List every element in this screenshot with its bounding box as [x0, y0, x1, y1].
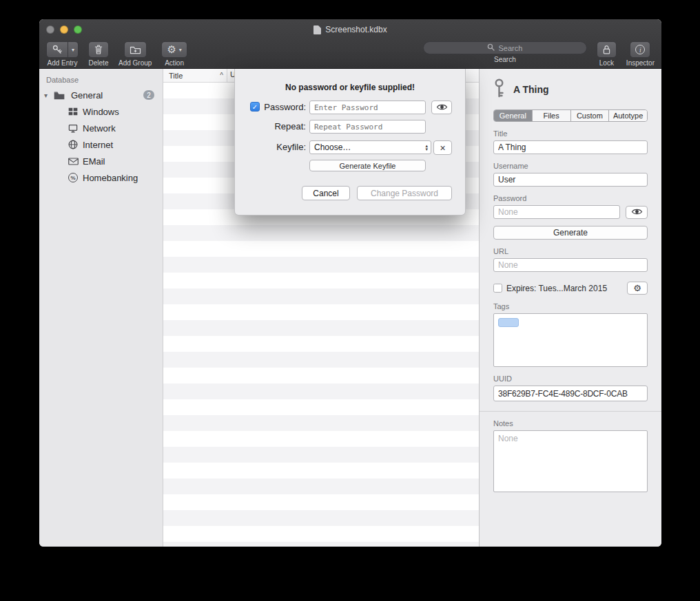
info-icon: i	[635, 45, 645, 54]
clear-keyfile-button[interactable]: ×	[433, 140, 452, 155]
username-label: Username	[493, 162, 648, 170]
change-password-dialog: No password or keyfile supplied! ✓ Passw…	[234, 69, 466, 215]
lock-icon	[602, 45, 611, 55]
document-icon	[313, 25, 321, 34]
sidebar-item-label: General	[71, 90, 103, 101]
column-header-title[interactable]: Title ^	[163, 69, 227, 82]
sidebar-item-network[interactable]: Network	[39, 120, 163, 136]
add-entry-button[interactable]	[46, 41, 68, 58]
globe-icon	[67, 140, 79, 149]
count-badge: 2	[143, 90, 154, 100]
notes-label: Notes	[493, 419, 648, 428]
uuid-field[interactable]	[493, 386, 648, 401]
notes-field[interactable]	[493, 430, 648, 492]
delete-button[interactable]	[88, 41, 109, 58]
search-placeholder: Search	[498, 44, 522, 52]
change-password-button[interactable]: Change Password	[357, 186, 452, 200]
inspector-panel: A Thing General Files Custom Autotype Ti…	[479, 69, 661, 547]
key-icon	[493, 78, 505, 101]
sidebar-item-label: EMail	[83, 156, 105, 167]
inspector-tabs: General Files Custom Autotype	[493, 109, 648, 122]
tab-custom[interactable]: Custom	[570, 110, 609, 121]
url-label: URL	[493, 247, 648, 255]
tab-general[interactable]: General	[494, 110, 532, 121]
stepper-icon: ▴▾	[425, 144, 431, 151]
title-field[interactable]	[493, 140, 648, 154]
show-password-button[interactable]	[626, 206, 648, 219]
trash-icon	[94, 44, 103, 55]
url-field[interactable]	[493, 258, 648, 272]
toolbar-add-group: Add Group	[119, 41, 152, 69]
keyfile-label: Keyfile:	[235, 142, 306, 152]
folder-plus-icon	[130, 45, 141, 54]
tags-box[interactable]	[493, 313, 648, 367]
keyfile-popup[interactable]: Choose… ▴▾	[309, 140, 431, 154]
key-icon	[52, 44, 63, 55]
password-label: Password	[493, 194, 648, 202]
eye-icon	[631, 206, 643, 218]
toolbar-delete: Delete	[88, 41, 109, 69]
password-input[interactable]	[309, 101, 426, 114]
gear-icon: ⚙	[167, 43, 176, 56]
sort-ascending-icon: ^	[220, 72, 223, 79]
inspector-button[interactable]: i	[630, 41, 650, 58]
entry-title: A Thing	[513, 84, 549, 95]
sidebar: Database ▾ General 2 Windows	[39, 69, 163, 547]
sidebar-item-general[interactable]: ▾ General 2	[39, 87, 163, 103]
action-button[interactable]: ⚙ ▾	[161, 41, 187, 58]
generate-password-button[interactable]: Generate	[493, 226, 648, 240]
sidebar-item-label: Homebanking	[83, 173, 138, 183]
uuid-label: UUID	[493, 375, 648, 383]
add-entry-dropdown[interactable]: ▾	[68, 41, 79, 58]
cancel-button[interactable]: Cancel	[302, 186, 350, 200]
toolbar-inspector: i Inspector	[626, 41, 655, 69]
toolbar-action: ⚙ ▾ Action	[161, 41, 187, 69]
toolbar-right-group: Search Search Lock	[423, 41, 655, 69]
window-title: Screenshot.kdbx	[39, 19, 661, 40]
password-label: Password:	[235, 102, 306, 112]
sidebar-item-label: Internet	[83, 140, 113, 150]
chevron-down-icon: ▾	[72, 47, 74, 53]
toolbar-search: Search Search	[423, 41, 587, 69]
envelope-icon	[67, 158, 79, 165]
sidebar-item-label: Windows	[83, 107, 119, 117]
expires-settings-button[interactable]: ⚙	[627, 282, 648, 295]
folder-icon	[53, 91, 65, 100]
expires-row: Expires: Tues...March 2015 ⚙	[493, 282, 648, 295]
sidebar-item-windows[interactable]: Windows	[39, 103, 163, 120]
tag-chip[interactable]	[498, 318, 519, 327]
repeat-label: Repeat:	[235, 121, 306, 131]
sidebar-header: Database	[46, 76, 163, 84]
inspector-header: A Thing	[493, 78, 648, 101]
toolbar-add-entry: ▾ Add Entry	[46, 41, 79, 69]
divider	[480, 411, 661, 412]
eye-icon	[436, 101, 448, 114]
username-field[interactable]	[493, 173, 648, 187]
gear-icon: ⚙	[633, 283, 641, 293]
sidebar-item-internet[interactable]: Internet	[39, 136, 163, 153]
window-chrome: Screenshot.kdbx ▾	[39, 19, 661, 69]
password-field[interactable]	[493, 205, 620, 219]
sidebar-item-email[interactable]: EMail	[39, 153, 163, 169]
dialog-message: No password or keyfile supplied!	[235, 83, 465, 92]
add-group-button[interactable]	[124, 41, 147, 58]
generate-keyfile-button[interactable]: Generate Keyfile	[309, 160, 426, 171]
windows-icon	[67, 107, 79, 116]
tab-autotype[interactable]: Autotype	[608, 110, 647, 121]
disclosure-triangle-icon[interactable]: ▾	[44, 92, 48, 99]
title-label: Title	[493, 129, 648, 138]
sidebar-item-homebanking[interactable]: % Homebanking	[39, 169, 163, 186]
tab-files[interactable]: Files	[532, 110, 570, 121]
search-input[interactable]: Search	[423, 41, 587, 54]
tags-label: Tags	[493, 302, 648, 310]
chevron-down-icon: ▾	[179, 47, 182, 53]
monitor-icon	[67, 124, 79, 133]
show-password-button[interactable]	[431, 101, 452, 114]
expires-label: Expires: Tues...March 2015	[506, 284, 623, 293]
expires-checkbox[interactable]	[493, 284, 502, 293]
close-icon: ×	[440, 143, 445, 154]
sidebar-item-label: Network	[83, 123, 116, 134]
toolbar-left-group: ▾ Add Entry Delete	[46, 41, 187, 69]
repeat-input[interactable]	[309, 120, 426, 134]
lock-button[interactable]	[597, 41, 617, 58]
